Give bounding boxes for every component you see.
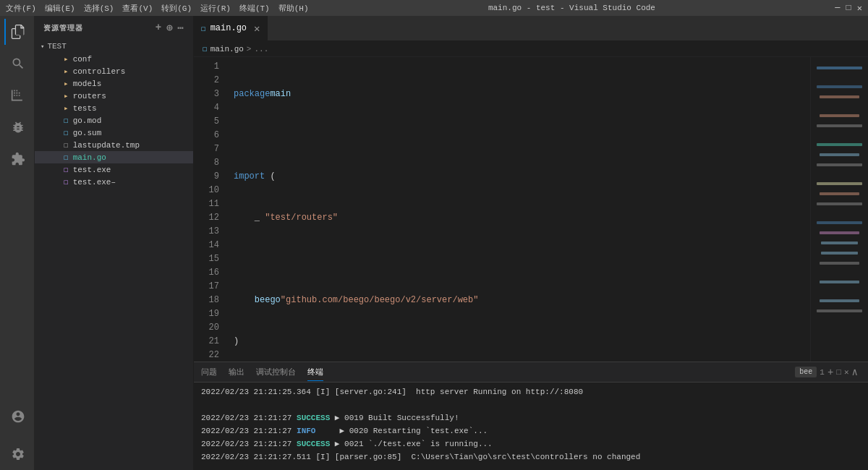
- menu-edit[interactable]: 编辑(E): [45, 3, 75, 14]
- terminal-line-1: 2022/02/23 21:21:25.364 [I] [server.go:2…: [201, 385, 861, 398]
- file-icon: ◻: [64, 165, 69, 174]
- minimize-button[interactable]: —: [835, 3, 840, 14]
- sidebar-item-tests[interactable]: ▸ tests: [35, 102, 193, 114]
- window-controls[interactable]: — □ ✕: [835, 3, 862, 14]
- sidebar-item-routers[interactable]: ▸ routers: [35, 90, 193, 102]
- code-line-4: _ "test/routers": [234, 211, 810, 225]
- panel-close-button[interactable]: ✕: [844, 367, 849, 377]
- code-line-7: ): [234, 335, 810, 349]
- activity-explorer[interactable]: [4, 19, 30, 45]
- more-actions-icon[interactable]: ⋯: [178, 22, 184, 34]
- code-line-6: beego "github.com/beego/beego/v2/server/…: [234, 294, 810, 307]
- terminal-timestamp-3: 2022/02/23 21:21:27: [201, 414, 297, 422]
- menu-file[interactable]: 文件(F): [6, 3, 36, 14]
- code-line-5: [234, 252, 810, 266]
- bee-label: bee: [795, 367, 817, 377]
- file-icon: ◻: [64, 140, 69, 150]
- sidebar-item-conf[interactable]: ▸ conf: [35, 53, 193, 65]
- sidebar-item-label: models: [73, 80, 102, 88]
- sidebar-item-gomod[interactable]: ◻ go.mod: [35, 114, 193, 127]
- terminal-line-2: [201, 398, 861, 411]
- sidebar-item-maingo[interactable]: ◻ main.go: [35, 151, 193, 163]
- file-icon: ◻: [64, 128, 69, 137]
- activity-debug[interactable]: [4, 114, 30, 140]
- sidebar-item-label: conf: [73, 55, 92, 64]
- breadcrumb-file[interactable]: main.go: [210, 45, 244, 54]
- menu-bar[interactable]: 文件(F) 编辑(E) 选择(S) 查看(V) 转到(G) 运行(R) 终端(T…: [6, 3, 309, 14]
- file-icon: ◻: [64, 153, 69, 162]
- sidebar-item-models[interactable]: ▸ models: [35, 77, 193, 90]
- terminal-success-3: SUCCESS: [297, 414, 330, 422]
- sidebar-item-label: test.exe–: [73, 178, 116, 187]
- sidebar-item-testexe-dash[interactable]: ◻ test.exe–: [35, 176, 193, 188]
- code-line-1: package main: [234, 87, 810, 101]
- activity-search[interactable]: [4, 51, 30, 77]
- sidebar-item-testexe[interactable]: ◻ test.exe: [35, 163, 193, 176]
- titlebar: 文件(F) 编辑(E) 选择(S) 查看(V) 转到(G) 运行(R) 终端(T…: [0, 0, 868, 16]
- menu-terminal[interactable]: 终端(T): [239, 3, 270, 14]
- panel-chevron-up-icon[interactable]: ∧: [852, 366, 858, 378]
- sidebar-item-label: go.mod: [73, 116, 102, 125]
- breadcrumb-separator: >: [247, 45, 252, 54]
- tab-close-button[interactable]: ✕: [254, 22, 260, 35]
- chevron-down-icon: ▾: [41, 43, 44, 51]
- main-layout: 资源管理器 + ⊕ ⋯ ▾ TEST ▸ conf ▸ controllers …: [0, 16, 868, 470]
- editor-area: ◻ main.go ✕ ◻ main.go > ... 12345 678910…: [194, 16, 868, 470]
- file-icon: ◻: [64, 116, 69, 125]
- line-numbers: 12345 678910 1112131415 1617181920 21222…: [194, 57, 226, 362]
- activity-accounts[interactable]: [4, 403, 30, 430]
- terminal-suffix-4: ▶ 0020 Restarting `test.exe`...: [320, 427, 488, 435]
- panel-tab-output[interactable]: 输出: [229, 364, 244, 381]
- activity-scm[interactable]: [4, 82, 30, 108]
- sidebar-item-label: test.exe: [73, 166, 111, 174]
- section-label: TEST: [47, 42, 66, 51]
- panel-tab-terminal[interactable]: 终端: [307, 364, 323, 381]
- menu-run[interactable]: 运行(R): [200, 3, 231, 14]
- panel-tabs: 问题 输出 调试控制台 终端 bee 1 + □ ✕ ∧: [194, 362, 868, 383]
- panel-content[interactable]: 2022/02/23 21:21:25.364 [I] [server.go:2…: [194, 383, 868, 470]
- sidebar-header: 资源管理器 + ⊕ ⋯: [35, 16, 193, 40]
- new-folder-icon[interactable]: ⊕: [166, 22, 173, 34]
- sidebar-item-gosum[interactable]: ◻ go.sum: [35, 127, 193, 139]
- terminal-line-6: 2022/02/23 21:21:27.511 [I] [parser.go:8…: [201, 450, 861, 463]
- code-with-minimap: 12345 678910 1112131415 1617181920 21222…: [194, 57, 868, 362]
- sidebar-actions[interactable]: + ⊕ ⋯: [156, 22, 184, 34]
- sidebar-title: 资源管理器: [43, 23, 83, 33]
- code-content[interactable]: package main import ( _ "test/routers" b…: [226, 57, 810, 362]
- sidebar-item-label: tests: [73, 104, 97, 113]
- sidebar-item-controllers[interactable]: ▸ controllers: [35, 65, 193, 77]
- panel-add-button[interactable]: +: [827, 367, 833, 378]
- menu-goto[interactable]: 转到(G): [161, 3, 192, 14]
- breadcrumb-more[interactable]: ...: [254, 45, 268, 54]
- activity-extensions[interactable]: [4, 146, 30, 172]
- sidebar-item-label: go.sum: [73, 129, 102, 137]
- tab-bar: ◻ main.go ✕: [194, 16, 868, 41]
- sidebar-section-title[interactable]: ▾ TEST: [35, 40, 193, 53]
- panel-maximize-button[interactable]: □: [836, 368, 841, 377]
- code-line-2: [234, 129, 810, 142]
- panel-tab-debug[interactable]: 调试控制台: [256, 364, 296, 381]
- new-file-icon[interactable]: +: [156, 22, 162, 34]
- folder-icon: ▸: [64, 91, 69, 101]
- folder-icon: ▸: [64, 54, 69, 64]
- sidebar-item-label: controllers: [73, 67, 126, 76]
- minimap-content: [811, 57, 868, 330]
- menu-view[interactable]: 查看(V): [122, 3, 153, 14]
- terminal-success-5: SUCCESS: [297, 440, 330, 448]
- terminal-info-4: INFO: [297, 427, 315, 435]
- maximize-button[interactable]: □: [846, 3, 851, 14]
- panel-action-1[interactable]: 1: [820, 368, 825, 377]
- minimap[interactable]: [810, 57, 868, 362]
- breadcrumb-file-icon: ◻: [203, 44, 208, 54]
- close-button[interactable]: ✕: [857, 3, 862, 14]
- sidebar-item-lastupdate[interactable]: ◻ lastupdate.tmp: [35, 139, 193, 151]
- terminal-line-4: 2022/02/23 21:21:27 INFO ▶ 0020 Restarti…: [201, 424, 861, 437]
- menu-help[interactable]: 帮助(H): [278, 3, 309, 14]
- panel-tab-problems[interactable]: 问题: [201, 364, 217, 381]
- menu-select[interactable]: 选择(S): [84, 3, 114, 14]
- activity-settings[interactable]: [4, 441, 30, 467]
- terminal-timestamp-5: 2022/02/23 21:21:27: [201, 440, 297, 448]
- terminal-suffix-3: ▶ 0019 Built Successfully!: [335, 414, 459, 422]
- tab-maingo[interactable]: ◻ main.go ✕: [194, 16, 268, 40]
- folder-icon: ▸: [64, 103, 69, 113]
